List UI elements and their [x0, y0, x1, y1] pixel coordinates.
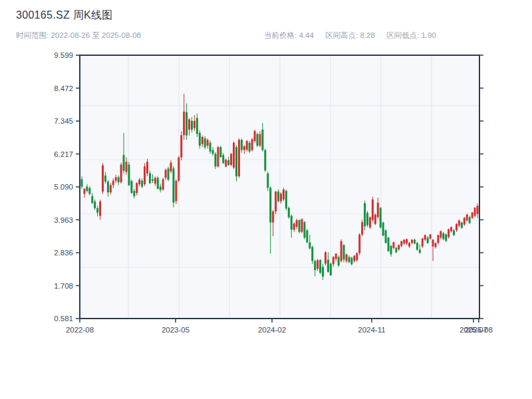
candle-body	[165, 170, 167, 178]
candle-body	[296, 220, 298, 227]
candle-body	[392, 242, 394, 247]
candle-body	[369, 217, 371, 227]
candle-body	[257, 134, 259, 146]
candle-body	[434, 243, 436, 247]
candle-body	[416, 243, 418, 249]
candle-body	[440, 231, 442, 238]
candle-body	[275, 192, 277, 211]
candle-body	[285, 191, 287, 208]
candle-body	[403, 239, 405, 243]
candle-body	[201, 137, 203, 144]
candle-body	[86, 187, 88, 192]
candle-body	[212, 150, 214, 154]
candle-body	[272, 211, 274, 223]
y-tick-label: 9.599	[54, 51, 73, 59]
candle-body	[172, 168, 174, 202]
x-tick-label: 2024-11	[358, 326, 385, 334]
candle-body	[217, 147, 219, 166]
candle-body	[422, 239, 424, 247]
candle-body	[398, 245, 400, 249]
date-range-subtitle: 时间范围: 2022-08-26 至 2025-08-08	[16, 31, 141, 41]
kline-chart: 9.5998.4727.3456.2175.0903.9632.8361.708…	[0, 47, 532, 352]
candle-body	[175, 181, 177, 201]
candle-body	[230, 154, 232, 165]
candle-body	[141, 181, 143, 187]
range-high-value: 8.28	[360, 31, 374, 39]
current-price-label: 当前价格:	[264, 31, 297, 39]
candle-body	[327, 259, 329, 271]
candle-body	[91, 196, 93, 203]
kline-page: 300165.SZ 周K线图 时间范围: 2022-08-26 至 2025-0…	[0, 0, 532, 399]
candle-body	[88, 188, 90, 194]
candle-body	[118, 178, 120, 182]
current-price-stat: 当前价格: 4.44	[264, 31, 314, 39]
candle-body	[317, 260, 319, 269]
candle-body	[214, 154, 216, 166]
candle-body	[235, 147, 237, 176]
candle-body	[130, 181, 132, 193]
candle-body	[222, 155, 224, 163]
y-tick-label: 6.217	[54, 150, 73, 158]
candle-body	[380, 208, 382, 227]
candle-body	[186, 112, 188, 136]
candle-body	[450, 227, 452, 231]
candle-body	[191, 121, 193, 130]
candle-body	[299, 220, 301, 232]
candle-body	[419, 249, 421, 253]
candle-body	[345, 254, 347, 261]
candle-body	[432, 239, 434, 246]
candle-body	[269, 188, 271, 222]
candle-body	[464, 218, 466, 225]
y-tick-label: 1.708	[54, 282, 73, 290]
candle-body	[149, 173, 151, 183]
candle-body	[288, 208, 290, 217]
candle-body	[322, 267, 324, 276]
candle-body	[133, 191, 135, 196]
candle-body	[474, 208, 476, 216]
candle-body	[343, 245, 345, 259]
candle-body	[120, 165, 122, 182]
candle-body	[204, 138, 206, 147]
candle-body	[338, 257, 340, 265]
candle-body	[335, 254, 337, 259]
candle-body	[246, 141, 248, 150]
candle-body	[330, 263, 332, 275]
candle-body	[168, 168, 170, 180]
candle-body	[160, 187, 162, 190]
y-tick-label: 0.581	[54, 315, 73, 323]
candle-body	[477, 206, 479, 214]
candle-body	[259, 134, 261, 146]
candle-body	[99, 201, 101, 216]
y-tick-label: 5.090	[54, 183, 73, 191]
candle-body	[157, 178, 159, 188]
candle-body	[251, 139, 253, 150]
candle-body	[406, 239, 408, 244]
candle-body	[125, 162, 127, 172]
page-title: 300165.SZ 周K线图	[16, 9, 113, 23]
candle-body	[254, 131, 256, 141]
range-low-stat: 区间低点: 1.90	[386, 31, 436, 39]
price-stats: 当前价格: 4.44 区间高点: 8.28 区间低点: 1.90	[264, 31, 446, 41]
candle-body	[283, 190, 285, 200]
candle-body	[461, 223, 463, 228]
y-tick-label: 8.472	[54, 84, 73, 92]
candle-body	[107, 182, 109, 192]
candle-body	[466, 215, 468, 221]
range-low-label: 区间低点:	[386, 31, 419, 39]
candle-body	[138, 180, 140, 184]
candle-body	[207, 140, 209, 146]
candle-body	[219, 147, 221, 157]
candle-body	[102, 166, 104, 192]
candle-body	[243, 146, 245, 150]
candle-body	[136, 183, 138, 193]
candle-body	[83, 189, 85, 194]
candle-body	[424, 235, 426, 239]
candle-body	[411, 239, 413, 243]
candle-body	[390, 246, 392, 255]
candle-body	[104, 176, 106, 182]
candle-body	[261, 130, 263, 150]
candle-body	[227, 160, 229, 165]
candle-body	[94, 201, 96, 208]
candle-body	[458, 220, 460, 225]
current-price-value: 4.44	[299, 31, 313, 39]
